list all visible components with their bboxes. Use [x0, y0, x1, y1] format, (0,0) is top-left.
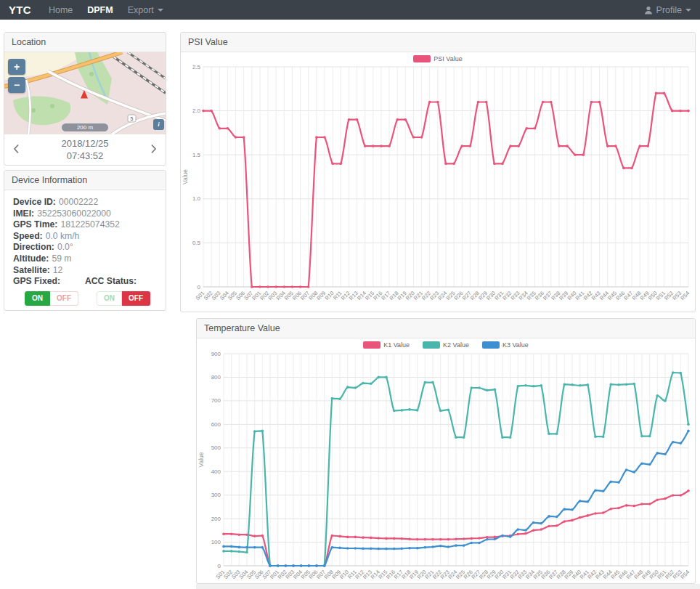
nav-item-home[interactable]: Home — [49, 5, 73, 15]
caret-down-icon — [685, 9, 691, 12]
person-icon — [644, 6, 653, 15]
gps-time-row: GPS Time:181225074352 — [13, 219, 157, 231]
location-panel-header: Location — [4, 33, 166, 52]
nav-item-export-label: Export — [128, 5, 154, 15]
nav-item-export[interactable]: Export — [128, 5, 163, 15]
temperature-chart[interactable]: S01S02S03S04S05S06S07R01R02R03R04R05R06R… — [198, 349, 694, 585]
svg-text:1.0: 1.0 — [192, 195, 201, 202]
previous-date-button[interactable] — [10, 142, 23, 158]
temperature-value-panel: Temperature Value K1 ValueK2 ValueK3 Val… — [196, 318, 696, 584]
svg-text:0: 0 — [218, 563, 221, 569]
svg-text:0: 0 — [198, 284, 201, 291]
field-label: IMEI: — [13, 208, 34, 219]
field-label: Device ID: — [13, 197, 56, 207]
psi-value-panel: PSI Value PSI Value S01S02S03S04S05S06S0… — [180, 32, 696, 312]
caret-down-icon — [158, 9, 163, 12]
svg-text:R54: R54 — [679, 569, 691, 580]
field-value: 0.0° — [57, 242, 73, 252]
gps-fixed-block: GPS Fixed: ON OFF — [13, 276, 85, 306]
chevron-left-icon — [13, 144, 20, 154]
psi-chart[interactable]: S01S02S03S04S05S06S07R01R02R03R04R05R06R… — [182, 63, 694, 310]
legend-label: K2 Value — [443, 341, 469, 349]
gps-fixed-off-button[interactable]: OFF — [50, 291, 78, 306]
legend-swatch-icon — [423, 341, 440, 349]
legend-item[interactable]: K3 Value — [482, 341, 529, 349]
temp-panel-header: Temperature Value — [197, 319, 695, 338]
svg-text:2.0: 2.0 — [192, 107, 201, 114]
altitude-row: Altitude:59 m — [13, 253, 157, 265]
nav-item-dpfm[interactable]: DPFM — [87, 5, 113, 15]
legend-item[interactable]: PSI Value — [413, 55, 462, 62]
temp-chart-legend: K1 ValueK2 ValueK3 Value — [197, 338, 695, 349]
map-info-button[interactable]: i — [153, 119, 164, 130]
field-label: Speed: — [13, 231, 43, 241]
location-panel: Location 5 + − 200 — [4, 32, 166, 166]
gps-fixed-label: GPS Fixed: — [13, 276, 60, 286]
svg-text:1.5: 1.5 — [192, 152, 201, 158]
zoom-in-button[interactable]: + — [8, 59, 25, 75]
svg-text:800: 800 — [211, 374, 221, 381]
acc-status-label: ACC Status: — [85, 276, 137, 286]
satellite-row: Satellite:12 — [13, 265, 157, 277]
svg-text:400: 400 — [211, 468, 221, 475]
datetime-display: 2018/12/25 07:43:52 — [23, 137, 147, 162]
device-id-row: Device ID:00002222 — [13, 197, 157, 208]
direction-row: Direction:0.0° — [13, 242, 157, 253]
time-text: 07:43:52 — [23, 150, 147, 162]
legend-item[interactable]: K1 Value — [363, 341, 410, 349]
device-info-body: Device ID:00002222 IMEI:352253060022000 … — [4, 190, 166, 310]
svg-text:Value: Value — [198, 452, 205, 467]
legend-swatch-icon — [413, 55, 431, 62]
gps-fixed-toggle: ON OFF — [25, 291, 78, 306]
field-value: 352253060022000 — [37, 208, 111, 219]
psi-panel-header: PSI Value — [181, 33, 695, 52]
svg-text:2.5: 2.5 — [192, 64, 201, 70]
date-navigation: 2018/12/25 07:43:52 — [4, 134, 166, 165]
navbar: YTC Home DPFM Export Profile — [0, 0, 700, 20]
svg-text:500: 500 — [211, 444, 221, 451]
device-information-panel: Device Information Device ID:00002222 IM… — [4, 170, 166, 311]
field-value: 0.0 km/h — [46, 231, 80, 241]
page-footer-strip — [196, 584, 700, 589]
psi-panel-title: PSI Value — [188, 37, 228, 47]
device-panel-title: Device Information — [12, 175, 87, 185]
svg-text:700: 700 — [211, 397, 221, 404]
acc-status-toggle: ON OFF — [97, 291, 150, 306]
field-label: Direction: — [13, 242, 54, 252]
field-value: 181225074352 — [60, 219, 119, 229]
temp-panel-title: Temperature Value — [204, 323, 280, 333]
svg-text:R54: R54 — [679, 290, 691, 301]
field-value: 00002222 — [59, 197, 98, 207]
next-date-button[interactable] — [147, 142, 160, 158]
field-label: Altitude: — [13, 253, 49, 264]
route-shield-label: 5 — [131, 116, 134, 121]
field-value: 12 — [53, 265, 63, 275]
device-panel-header: Device Information — [4, 171, 166, 190]
field-label: Satellite: — [13, 265, 50, 275]
profile-label: Profile — [656, 5, 682, 15]
profile-menu[interactable]: Profile — [644, 5, 691, 15]
map[interactable]: 5 + − 200 m i — [4, 52, 166, 134]
legend-label: K3 Value — [502, 341, 529, 349]
field-value: 59 m — [52, 253, 71, 264]
svg-text:300: 300 — [211, 492, 221, 498]
legend-label: K1 Value — [383, 341, 410, 349]
svg-text:600: 600 — [211, 421, 221, 428]
acc-status-off-button[interactable]: OFF — [122, 291, 150, 306]
status-row: GPS Fixed: ON OFF ACC Status: ON OFF — [13, 276, 157, 306]
svg-text:900: 900 — [211, 351, 221, 357]
acc-status-on-button[interactable]: ON — [97, 291, 122, 306]
gps-fixed-on-button[interactable]: ON — [25, 291, 50, 306]
brand-logo[interactable]: YTC — [9, 4, 31, 16]
acc-status-block: ACC Status: ON OFF — [85, 276, 157, 306]
chevron-right-icon — [150, 144, 157, 154]
imei-row: IMEI:352253060022000 — [13, 208, 157, 220]
legend-swatch-icon — [482, 341, 500, 349]
field-label: GPS Time: — [13, 219, 57, 229]
zoom-out-button[interactable]: − — [8, 77, 25, 93]
legend-item[interactable]: K2 Value — [423, 341, 469, 349]
svg-text:Value: Value — [182, 169, 189, 184]
location-panel-title: Location — [12, 37, 46, 47]
date-text: 2018/12/25 — [23, 137, 147, 150]
svg-text:0.5: 0.5 — [192, 240, 201, 246]
